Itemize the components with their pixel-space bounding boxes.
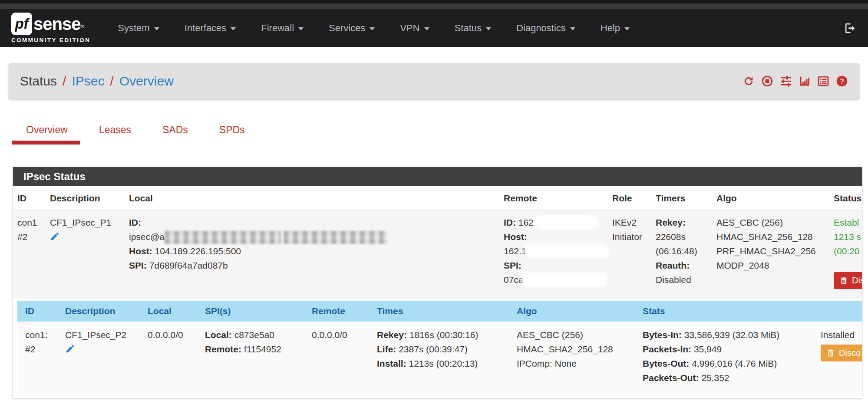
nav-item-help[interactable]: Help (588, 23, 642, 34)
col-header-algo: Algo (712, 186, 829, 209)
remote-spi-value: 07ca (504, 275, 524, 285)
packets-in: 35,949 (694, 344, 722, 354)
remote-network: 0.0.0.0/0 (312, 328, 368, 342)
row-divider (13, 298, 862, 298)
table-row: con1: #2 CF1_IPsec_P2 0.0.0.0/0 Local: c… (17, 322, 862, 394)
nav-label: Help (601, 23, 620, 34)
breadcrumb-bar: Status / IPsec / Overview ? (9, 63, 859, 99)
rekey-time: (06:16:48) (656, 244, 708, 258)
col-header-stats: Stats (638, 301, 816, 322)
col-header-role: Role (608, 186, 651, 209)
cell-local: 0.0.0.0/0 (143, 322, 201, 394)
bytes-out: 4,996,016 (4.76 MiB) (692, 358, 777, 368)
tab-leases[interactable]: Leases (99, 124, 131, 145)
cell-id: con1: #2 (17, 322, 61, 394)
logout-icon[interactable] (844, 22, 857, 35)
list-icon[interactable] (817, 75, 829, 87)
cell-description: CF1_IPsec_P2 (61, 322, 143, 394)
field-label: SPI: (504, 260, 521, 270)
col-header-spis: SPI(s) (201, 301, 307, 322)
help-icon[interactable]: ? (836, 75, 848, 87)
breadcrumb-section: Status (20, 74, 57, 89)
cell-status: Establ 1213 s (00:20 Dis (829, 209, 862, 298)
cell-remote: 0.0.0.0/0 (307, 322, 373, 394)
edit-icon[interactable] (65, 344, 75, 354)
remote-id-value: 162. (518, 217, 536, 227)
redacted-block (527, 246, 607, 256)
ike-version: IKEv2 (612, 215, 647, 230)
field-label: ID: (504, 217, 516, 227)
col-header-local: Local (143, 301, 201, 322)
col-header-local: Local (125, 186, 499, 209)
local-network: 0.0.0.0/0 (148, 328, 196, 342)
table-header-row: ID Description Local Remote Role Timers … (13, 186, 862, 209)
disconnect-child-button[interactable]: Disco (821, 345, 862, 361)
breadcrumb-link-overview[interactable]: Overview (119, 74, 174, 89)
nav-label: Status (455, 23, 482, 34)
local-host-value: 104.189.226.195:500 (155, 246, 241, 256)
pf-logo-box: pf (11, 13, 32, 35)
browser-chrome-strip (0, 0, 868, 3)
algo-integrity: HMAC_SHA2_256_128 (716, 230, 825, 244)
disconnect-button[interactable]: Dis (834, 272, 862, 289)
col-header-id: ID (17, 301, 61, 322)
field-label: Install: (377, 358, 406, 368)
nav-item-interfaces[interactable]: Interfaces (172, 23, 249, 34)
field-label: SPI: (129, 260, 147, 270)
rekey-seconds: 22608s (656, 230, 708, 244)
install-value: 1213s (00:20:13) (409, 358, 478, 368)
logo-subtitle: COMMUNITY EDITION (11, 37, 90, 43)
refresh-icon[interactable] (743, 75, 755, 87)
chevron-down-icon (624, 27, 630, 30)
cell-status: Installed Disco (816, 322, 862, 394)
nav-item-diagnostics[interactable]: Diagnostics (504, 23, 588, 34)
nav-item-services[interactable]: Services (316, 23, 387, 34)
algo-encryption: AES_CBC (256) (517, 328, 634, 342)
chevron-down-icon (298, 27, 304, 30)
sliders-icon[interactable] (780, 75, 792, 87)
status-uptime: 1213 s (834, 230, 862, 244)
tab-spds[interactable]: SPDs (219, 124, 245, 145)
cell-algo: AES_CBC (256) HMAC_SHA2_256_128 PRF_HMAC… (712, 209, 829, 298)
tab-overview[interactable]: Overview (26, 124, 68, 145)
algo-dh-group: MODP_2048 (716, 258, 825, 273)
chevron-down-icon (231, 27, 236, 30)
nav-label: Diagnostics (516, 23, 566, 34)
nav-label: Services (329, 23, 365, 34)
edit-icon[interactable] (50, 231, 60, 241)
nav-item-system[interactable]: System (105, 23, 172, 34)
header-top-strip (0, 3, 868, 9)
cell-timers: Rekey: 22608s (06:16:48) Reauth: Disable… (651, 209, 712, 298)
cell-local: ID: ipsec@a Host: 104.189.226.195:500 SP… (125, 209, 499, 298)
bar-chart-icon[interactable] (799, 75, 811, 87)
status-uptime-hms: (00:20 (834, 244, 862, 258)
ike-sa-table: ID Description Local Remote Role Timers … (13, 186, 862, 298)
breadcrumb-link-ipsec[interactable]: IPsec (72, 74, 104, 89)
spi-local-value: c873e5a0 (234, 330, 274, 340)
pfsense-logo[interactable]: pf sense ® COMMUNITY EDITION (11, 13, 90, 43)
connection-id: con1 (17, 215, 41, 230)
remote-host-value: 162.1 (504, 246, 527, 256)
field-label: Host: (129, 246, 152, 256)
trash-icon (839, 276, 848, 285)
field-label: Rekey: (656, 217, 686, 227)
cell-description: CF1_IPsec_P1 (46, 209, 125, 298)
nav-item-status[interactable]: Status (442, 23, 504, 34)
field-label: Host: (504, 232, 527, 242)
col-header-blank (816, 301, 862, 322)
disconnect-label: Dis (852, 276, 862, 286)
connection-id: con1: (25, 328, 56, 342)
nav-label: System (118, 23, 149, 34)
nav-item-firewall[interactable]: Firewall (248, 23, 316, 34)
nav-label: Interfaces (185, 23, 227, 34)
nav-item-vpn[interactable]: VPN (387, 23, 442, 34)
child-sa-section: ID Description Local SPI(s) Remote Times… (17, 301, 862, 394)
description-text: CF1_IPsec_P1 (50, 215, 120, 230)
svg-text:?: ? (840, 77, 844, 85)
page-action-icons: ? (743, 75, 848, 87)
cell-role: IKEv2 Initiator (608, 209, 651, 298)
chevron-down-icon (154, 27, 159, 30)
tab-sads[interactable]: SADs (162, 124, 188, 145)
trash-icon (826, 349, 835, 358)
stop-icon[interactable] (761, 75, 773, 87)
